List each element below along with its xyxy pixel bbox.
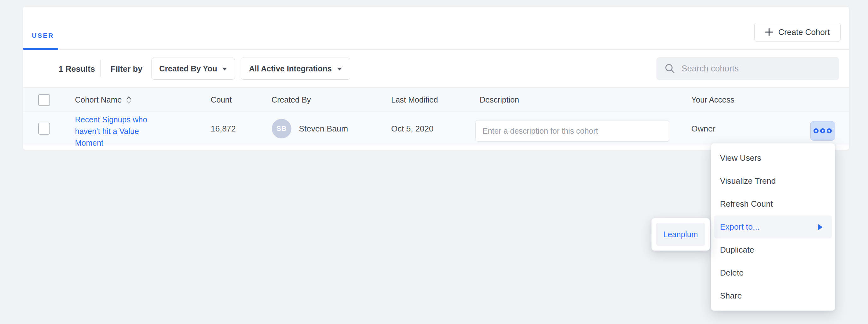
chevron-down-icon [222,68,227,70]
integrations-dropdown[interactable]: All Active Integrations [241,58,350,80]
description-input[interactable] [475,120,669,142]
column-header-your-access: Your Access [691,95,735,104]
cohort-name-link[interactable]: Recent Signups who haven't hit a Value M… [75,114,154,149]
integrations-dropdown-value: All Active Integrations [249,64,332,73]
created-by-dropdown[interactable]: Created By You [152,58,235,80]
column-header-last-modified: Last Modified [391,95,438,104]
select-all-checkbox[interactable] [38,94,50,106]
plus-icon [765,28,773,36]
menu-item-refresh-count[interactable]: Refresh Count [711,192,835,215]
last-modified-date: Oct 5, 2020 [391,124,433,134]
search-icon [664,63,675,74]
column-header-count: Count [211,95,232,104]
row-checkbox[interactable] [38,123,50,135]
create-cohort-button[interactable]: Create Cohort [754,23,841,41]
menu-item-duplicate[interactable]: Duplicate [711,239,835,261]
filter-bar: 1 Results Filter by Created By You All A… [23,50,849,87]
created-by-dropdown-value: Created By You [159,64,217,73]
menu-item-export-to[interactable]: Export to... [714,215,832,239]
tab-user[interactable]: USER [32,32,54,39]
vertical-divider [100,60,101,77]
search-box [656,57,839,80]
sort-icon[interactable] [126,96,132,104]
kebab-dot-icon [813,128,818,133]
export-submenu: Leanplum [651,218,710,251]
cohort-count: 16,872 [211,124,236,134]
cohorts-page: USER Create Cohort 1 Results Filter by C… [0,0,868,324]
created-by-name: Steven Baum [299,124,348,134]
chevron-down-icon [337,68,342,70]
row-actions-menu: View Users Visualize Trend Refresh Count… [711,143,835,311]
table-row: Recent Signups who haven't hit a Value M… [23,112,849,145]
filter-by-label: Filter by [111,64,142,74]
submenu-item-leanplum[interactable]: Leanplum [656,223,705,246]
menu-item-delete[interactable]: Delete [711,261,835,284]
avatar: SB [272,119,291,138]
cohorts-card: USER Create Cohort 1 Results Filter by C… [23,6,849,150]
column-header-cohort-name[interactable]: Cohort Name [75,95,132,104]
export-to-label: Export to... [720,222,760,232]
row-actions-button[interactable] [810,121,835,141]
column-header-created-by: Created By [272,95,311,104]
cohort-name-header-label: Cohort Name [75,95,122,104]
create-cohort-label: Create Cohort [778,27,830,37]
tab-bar: USER Create Cohort [23,7,849,50]
submenu-arrow-icon [818,224,823,230]
results-count: 1 Results [59,64,95,74]
menu-item-visualize-trend[interactable]: Visualize Trend [711,170,835,192]
menu-item-share[interactable]: Share [711,284,835,307]
kebab-dot-icon [827,128,832,133]
search-input[interactable] [682,64,831,74]
table-header-row: Cohort Name Count Created By Last Modifi… [23,87,849,112]
kebab-dot-icon [820,128,825,133]
column-header-description: Description [480,95,519,104]
menu-item-view-users[interactable]: View Users [711,147,835,170]
access-level: Owner [691,124,716,134]
